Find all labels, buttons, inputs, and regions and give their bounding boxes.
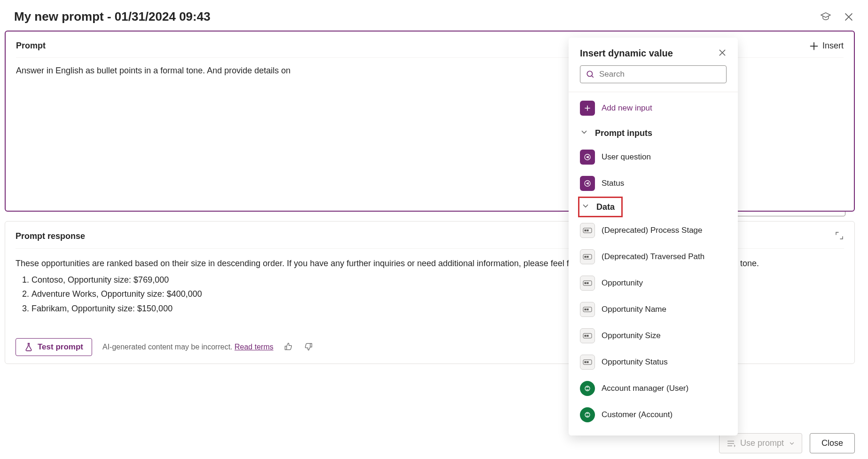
dynamic-value-panel: Insert dynamic value Add new input Promp… [569,38,738,435]
dynamic-value-item[interactable]: Status [569,170,738,197]
dynamic-value-item[interactable]: Account manager (User) [569,375,738,402]
add-new-input-label: Add new input [602,103,652,113]
svg-rect-14 [587,309,588,310]
prompt-inputs-section[interactable]: Prompt inputs [569,122,738,144]
page-title: My new prompt - 01/31/2024 09:43 [14,9,211,24]
prompt-inputs-label: Prompt inputs [595,128,652,138]
svg-rect-19 [585,362,586,363]
read-terms-link[interactable]: Read terms [235,343,274,351]
svg-rect-4 [585,230,586,231]
dynamic-item-label: Opportunity Name [602,305,666,314]
svg-rect-16 [585,335,586,337]
svg-rect-8 [587,256,588,258]
svg-rect-7 [585,256,586,258]
search-input-wrapper[interactable] [580,65,727,83]
thumbs-up-icon[interactable] [284,342,293,353]
dynamic-value-item[interactable]: Customer (Account) [569,402,738,428]
dynamic-item-label: (Deprecated) Traversed Path [602,252,704,261]
data-section-label: Data [596,202,615,212]
response-section-label: Prompt response [16,231,85,241]
chevron-down-icon [789,440,795,447]
header: My new prompt - 01/31/2024 09:43 [0,0,868,31]
close-button[interactable]: Close [810,433,855,453]
svg-rect-5 [587,230,588,231]
text-field-icon [580,302,595,317]
lookup-icon [580,407,595,422]
expand-icon[interactable] [835,231,844,242]
thumbs-down-icon[interactable] [304,342,313,353]
add-new-input-button[interactable]: Add new input [569,92,738,122]
use-prompt-icon [726,439,735,448]
dynamic-value-item[interactable]: Opportunity Size [569,323,738,349]
svg-rect-11 [587,283,588,284]
svg-rect-10 [585,283,586,284]
search-input[interactable] [599,70,720,79]
dynamic-item-label: Opportunity Size [602,331,661,340]
close-dialog-icon[interactable] [844,12,854,22]
text-field-icon [580,328,595,343]
bottom-bar: Use prompt Close [719,433,855,453]
text-field-icon [580,276,595,291]
dynamic-item-label: Opportunity Status [602,357,668,367]
dynamic-item-label: (Deprecated) Process Stage [602,226,703,235]
data-section[interactable]: Data [578,197,623,217]
svg-point-0 [587,71,592,76]
insert-button-label: Insert [822,41,844,51]
svg-point-22 [585,412,590,417]
dynamic-value-item[interactable]: Opportunity Name [569,296,738,323]
dynamic-item-label: Opportunity [602,278,643,288]
dynamic-item-label: Customer (Account) [602,410,673,419]
lookup-icon [580,381,595,396]
chevron-down-icon [581,202,590,212]
search-icon [586,70,594,79]
dynamic-value-item[interactable]: Opportunity [569,270,738,296]
text-field-icon [580,355,595,370]
text-field-icon [580,249,595,264]
dynamic-value-item[interactable]: Opportunity Status [569,349,738,375]
input-var-icon [580,150,595,165]
learn-icon[interactable] [820,11,831,23]
dynamic-item-label: User question [602,152,651,162]
use-prompt-button[interactable]: Use prompt [719,433,802,453]
test-prompt-label: Test prompt [38,342,83,352]
svg-rect-13 [585,309,586,310]
dynamic-value-item[interactable]: (Deprecated) Process Stage [569,217,738,244]
insert-button[interactable]: Insert [809,41,844,51]
dynamic-value-item[interactable]: (Deprecated) Traversed Path [569,244,738,270]
input-var-icon [580,176,595,191]
plus-icon [580,101,595,116]
chevron-down-icon [580,128,588,138]
dynamic-item-label: Status [602,179,624,188]
use-prompt-label: Use prompt [740,438,784,448]
svg-rect-17 [587,335,588,337]
close-icon[interactable] [718,48,727,58]
svg-point-21 [585,386,590,391]
dynamic-item-label: Account manager (User) [602,384,688,393]
prompt-section-label: Prompt [16,41,46,51]
test-prompt-button[interactable]: Test prompt [16,338,92,356]
dynamic-panel-title: Insert dynamic value [580,48,673,59]
header-actions [820,11,854,23]
svg-rect-20 [587,362,588,363]
disclaimer-text: AI-generated content may be incorrect. R… [102,343,274,351]
dynamic-value-item[interactable]: User question [569,144,738,170]
text-field-icon [580,223,595,238]
